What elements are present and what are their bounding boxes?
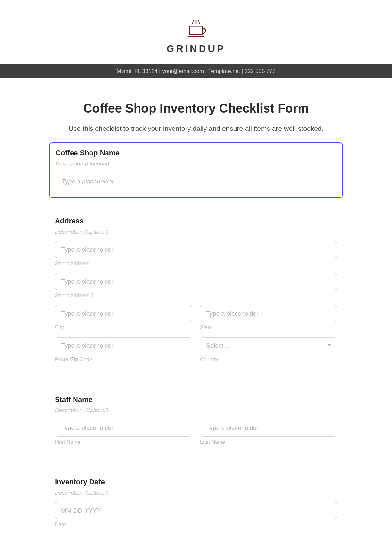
street-sublabel: Street Address — [55, 261, 337, 267]
shop-name-desc: Description (Optional) — [56, 161, 336, 167]
coffee-cup-icon — [185, 20, 207, 41]
city-sublabel: City — [55, 325, 192, 331]
section-address: Address Description (Optional) Street Ad… — [49, 211, 343, 376]
last-name-sublabel: Last Name — [200, 439, 337, 445]
city-input[interactable] — [55, 305, 192, 322]
svg-line-0 — [193, 20, 193, 24]
first-name-input[interactable] — [55, 420, 192, 437]
first-name-sublabel: First Name — [55, 439, 192, 445]
staff-label: Staff Name — [55, 395, 337, 404]
postal-input[interactable] — [55, 337, 192, 354]
street2-input[interactable] — [55, 273, 337, 290]
logo-section: GRINDUP — [0, 0, 392, 64]
form-title: Coffee Shop Inventory Checklist Form — [49, 101, 343, 115]
date-label: Inventory Date — [55, 478, 337, 486]
section-shop-name: Coffee Shop Name Description (Optional) — [49, 142, 343, 198]
country-sublabel: Country — [200, 357, 337, 363]
shop-name-input[interactable] — [56, 173, 336, 190]
postal-sublabel: Postal/Zip Code — [55, 357, 192, 363]
street2-sublabel: Street Address 2 — [55, 293, 337, 299]
street-input[interactable] — [55, 241, 337, 258]
shop-name-label: Coffee Shop Name — [56, 149, 336, 157]
svg-rect-3 — [190, 26, 202, 35]
staff-desc: Description (Optional) — [55, 407, 337, 414]
header-contact-bar: Miami, FL 33124 | your@email.com | Templ… — [0, 64, 392, 78]
state-sublabel: State — [200, 325, 337, 331]
address-label: Address — [55, 217, 337, 225]
svg-line-2 — [199, 20, 199, 24]
date-input[interactable] — [55, 502, 337, 519]
date-desc: Description (Optional) — [55, 490, 337, 496]
state-input[interactable] — [200, 305, 337, 322]
brand-name: GRINDUP — [0, 43, 392, 54]
date-sublabel: Date — [55, 522, 337, 528]
address-desc: Description (Optional) — [55, 229, 337, 235]
last-name-input[interactable] — [200, 420, 337, 437]
section-staff: Staff Name Description (Optional) First … — [49, 390, 343, 459]
section-date: Inventory Date Description (Optional) Da… — [49, 472, 343, 535]
form-description: Use this checklist to track your invento… — [49, 125, 343, 132]
country-select[interactable] — [200, 337, 337, 354]
